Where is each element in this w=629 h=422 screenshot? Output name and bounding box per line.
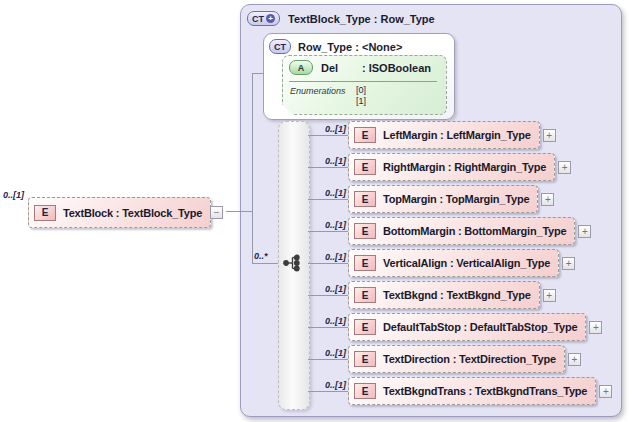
element-box-textbkgndtrans[interactable]: E TextBkgndTrans : TextBkgndTrans_Type — [348, 377, 596, 405]
element-icon: E — [354, 255, 376, 271]
element-icon: E — [354, 127, 376, 143]
complex-type-badge: CT+ — [247, 11, 280, 26]
element-icon: E — [354, 319, 376, 335]
attribute-icon: A — [289, 60, 313, 75]
element-label: BottomMargin : BottomMargin_Type — [383, 225, 566, 237]
element-icon: E — [354, 159, 376, 175]
enumerations-label: Enumerations — [290, 86, 346, 96]
element-label: TextBkgnd : TextBkgnd_Type — [383, 289, 531, 301]
plus-icon: + — [603, 387, 609, 396]
element-label: LeftMargin : LeftMargin_Type — [383, 129, 531, 141]
base-type-container: CT Row_Type : <None> A Del : ISOBoolean … — [263, 33, 455, 120]
element-label: TextDirection : TextDirection_Type — [383, 353, 556, 365]
occurrence-label: 0..[1] — [308, 380, 346, 390]
element-box-bottommargin[interactable]: E BottomMargin : BottomMargin_Type — [348, 217, 575, 245]
occurrence-label: 0..[1] — [308, 348, 346, 358]
expand-button[interactable]: + — [599, 385, 612, 398]
ct-badge-label: CT — [252, 14, 264, 24]
collapse-button[interactable]: − — [210, 206, 223, 219]
plus-icon: + — [582, 227, 588, 236]
occurrence-label: 0..[1] — [308, 220, 346, 230]
attribute-title-row: A Del : ISOBoolean — [283, 56, 446, 75]
attribute-type: : ISOBoolean — [362, 62, 431, 74]
plus-icon: + — [545, 195, 551, 204]
element-icon: E — [354, 383, 376, 399]
child-element-row: 0..[1] E LeftMargin : LeftMargin_Type + — [308, 122, 556, 148]
connector-line — [252, 263, 279, 264]
expand-button[interactable]: + — [558, 161, 571, 174]
root-element-label: TextBlock : TextBlock_Type — [63, 207, 202, 219]
element-label: VerticalAlign : VerticalAlign_Type — [383, 257, 550, 269]
expand-button[interactable]: + — [543, 129, 556, 142]
element-box-defaulttabstop[interactable]: E DefaultTabStop : DefaultTabStop_Type — [348, 313, 586, 341]
child-element-row: 0..[1] E TopMargin : TopMargin_Type + — [308, 186, 554, 212]
child-element-row: 0..[1] E TextBkgnd : TextBkgnd_Type + — [308, 282, 556, 308]
complex-type-title: TextBlock_Type : Row_Type — [288, 13, 435, 25]
occurrence-label: 0..[1] — [308, 156, 346, 166]
element-box-leftmargin[interactable]: E LeftMargin : LeftMargin_Type — [348, 121, 540, 149]
connector-line — [252, 73, 263, 74]
child-element-row: 0..[1] E TextBkgndTrans : TextBkgndTrans… — [308, 378, 612, 404]
plus-icon: + — [562, 163, 568, 172]
enumeration-value: [1] — [356, 96, 366, 107]
element-icon: E — [34, 205, 56, 221]
element-icon: E — [354, 287, 376, 303]
expand-button[interactable]: + — [589, 321, 602, 334]
element-icon: E — [354, 223, 376, 239]
occurrence-label: 0..[1] — [308, 188, 346, 198]
base-type-badge: CT — [269, 39, 291, 54]
expand-button[interactable]: + — [568, 353, 581, 366]
occurrence-label: 0..[1] — [308, 316, 346, 326]
plus-icon: + — [593, 323, 599, 332]
element-icon: E — [354, 191, 376, 207]
child-element-row: 0..[1] E TextDirection : TextDirection_T… — [308, 346, 581, 372]
expand-button[interactable]: + — [562, 257, 575, 270]
ct-plus-icon: + — [266, 14, 275, 23]
schema-diagram-canvas: 0..[1] E TextBlock : TextBlock_Type − CT… — [0, 0, 629, 422]
expand-button[interactable]: + — [578, 225, 591, 238]
connector-line — [226, 211, 252, 212]
enumeration-values: [0] [1] — [356, 85, 366, 107]
child-element-row: 0..[1] E DefaultTabStop : DefaultTabStop… — [308, 314, 602, 340]
enumeration-value: [0] — [356, 85, 366, 96]
child-element-row: 0..[1] E VerticalAlign : VerticalAlign_T… — [308, 250, 575, 276]
base-type-title: Row_Type : <None> — [298, 41, 402, 53]
child-element-row: 0..[1] E BottomMargin : BottomMargin_Typ… — [308, 218, 591, 244]
element-box-textbkgnd[interactable]: E TextBkgnd : TextBkgnd_Type — [348, 281, 540, 309]
element-label: TextBkgndTrans : TextBkgndTrans_Type — [383, 385, 587, 397]
occurrence-label: 0..[1] — [308, 284, 346, 294]
element-box-rightmargin[interactable]: E RightMargin : RightMargin_Type — [348, 153, 555, 181]
child-element-row: 0..[1] E RightMargin : RightMargin_Type … — [308, 154, 571, 180]
element-label: TopMargin : TopMargin_Type — [383, 193, 529, 205]
base-type-header: CT Row_Type : <None> — [269, 39, 402, 54]
occurrence-label: 0..[1] — [308, 252, 346, 262]
plus-icon: + — [566, 259, 572, 268]
attribute-separator — [289, 81, 437, 82]
element-icon: E — [354, 351, 376, 367]
occurrence-label: 0..[1] — [308, 124, 346, 134]
element-box-textblock[interactable]: E TextBlock : TextBlock_Type — [28, 197, 211, 228]
root-occurrence-label: 0..[1] — [3, 190, 24, 200]
expand-button[interactable]: + — [543, 289, 556, 302]
minus-icon: − — [214, 208, 220, 217]
ct-badge-label: CT — [274, 42, 286, 52]
element-box-textdirection[interactable]: E TextDirection : TextDirection_Type — [348, 345, 565, 373]
root-element-row: E TextBlock : TextBlock_Type − — [28, 197, 223, 228]
plus-icon: + — [546, 131, 552, 140]
attribute-name: Del — [321, 62, 356, 74]
element-label: DefaultTabStop : DefaultTabStop_Type — [383, 321, 577, 333]
sequence-compositor-icon — [283, 254, 303, 272]
element-box-verticalalign[interactable]: E VerticalAlign : VerticalAlign_Type — [348, 249, 559, 277]
expand-button[interactable]: + — [541, 193, 554, 206]
sequence-occurrence-label: 0..* — [254, 251, 268, 261]
plus-icon: + — [571, 355, 577, 364]
element-box-topmargin[interactable]: E TopMargin : TopMargin_Type — [348, 185, 538, 213]
attribute-box-del[interactable]: A Del : ISOBoolean Enumerations [0] [1] — [282, 55, 447, 115]
complex-type-header: CT+ TextBlock_Type : Row_Type — [247, 11, 435, 26]
connector-line — [252, 73, 253, 264]
element-label: RightMargin : RightMargin_Type — [383, 161, 546, 173]
plus-icon: + — [546, 291, 552, 300]
